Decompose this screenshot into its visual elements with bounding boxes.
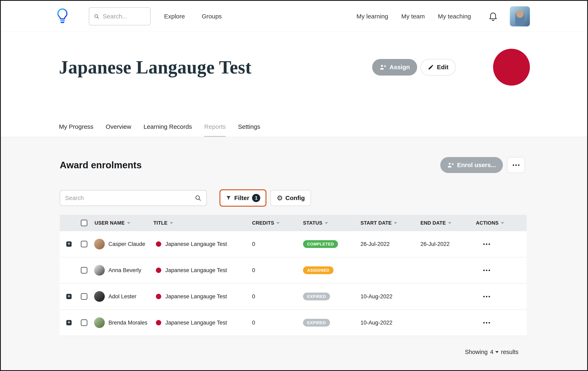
person-plus-icon: [447, 162, 454, 168]
user-name: Brenda Morales: [108, 320, 147, 326]
course-title: Japanese Langauge Test: [165, 267, 227, 273]
section-title: Award enrolments: [60, 160, 142, 171]
tab-overview[interactable]: Overview: [105, 123, 131, 137]
sort-caret-icon: [325, 222, 328, 224]
nav-my-team[interactable]: My team: [401, 13, 425, 20]
primary-nav: Explore Groups: [164, 13, 222, 20]
profile-avatar[interactable]: [510, 6, 530, 26]
table-row: +Casper ClaudeJapanese Langauge Test0COM…: [60, 231, 527, 257]
sort-caret-icon: [394, 222, 397, 224]
table-header-row: USER NAME TITLE CREDITS STATUS START DAT…: [60, 215, 527, 231]
top-navigation-bar: Explore Groups My learning My team My te…: [1, 1, 587, 32]
tab-reports[interactable]: Reports: [204, 123, 226, 137]
column-header-credits[interactable]: CREDITS: [252, 220, 303, 226]
sort-caret-icon: [170, 222, 173, 224]
column-header-end-date[interactable]: END DATE: [420, 220, 476, 226]
user-avatar: [94, 317, 105, 328]
column-header-actions[interactable]: ACTIONS: [476, 220, 527, 226]
user-name: Casper Claude: [108, 241, 145, 247]
sort-caret-icon: [127, 222, 130, 224]
start-date: 10-Aug-2022: [360, 320, 392, 326]
course-flag-dot: [156, 320, 161, 325]
gear-icon: ⚙: [277, 195, 283, 201]
expand-row-button[interactable]: +: [66, 320, 72, 325]
more-actions-button[interactable]: [507, 157, 525, 173]
table-search-box: [60, 190, 207, 206]
table-row: Anna BeverlyJapanese Langauge Test0ASSIG…: [60, 257, 527, 284]
ellipsis-icon: [512, 162, 520, 168]
award-image-japan-flag: [493, 49, 530, 86]
status-badge: ASSIGNED: [303, 266, 334, 274]
credits-value: 0: [252, 320, 255, 326]
course-flag-dot: [156, 268, 161, 273]
assign-button[interactable]: Assign: [372, 59, 417, 76]
filter-button[interactable]: Filter 1: [220, 189, 266, 207]
row-actions-button[interactable]: [483, 320, 491, 326]
search-icon[interactable]: [195, 195, 201, 201]
tab-my-progress[interactable]: My Progress: [59, 123, 93, 137]
enrol-users-button[interactable]: Enrol users...: [440, 157, 503, 173]
enrolments-table: USER NAME TITLE CREDITS STATUS START DAT…: [60, 215, 527, 336]
user-avatar: [94, 265, 105, 276]
app-window: Explore Groups My learning My team My te…: [0, 0, 588, 371]
table-row: +Adol LesterJapanese Langauge Test0EXPIR…: [60, 284, 527, 310]
column-header-start-date[interactable]: START DATE: [360, 220, 420, 226]
user-avatar: [94, 291, 105, 302]
row-checkbox[interactable]: [81, 319, 87, 326]
expand-row-button[interactable]: +: [66, 241, 72, 247]
tab-settings[interactable]: Settings: [238, 123, 260, 137]
user-name: Anna Beverly: [108, 267, 141, 273]
select-all-checkbox[interactable]: [81, 220, 87, 226]
page-tabs: My Progress Overview Learning Records Re…: [59, 123, 530, 137]
credits-value: 0: [252, 293, 255, 300]
column-header-user-name[interactable]: USER NAME: [93, 220, 153, 226]
user-avatar: [94, 239, 105, 249]
global-search-input[interactable]: [103, 13, 146, 20]
nav-my-teaching[interactable]: My teaching: [438, 13, 471, 20]
course-title: Japanese Langauge Test: [165, 320, 227, 326]
status-badge: EXPIRED: [303, 293, 330, 300]
filter-count-badge: 1: [252, 194, 260, 202]
course-title: Japanese Langauge Test: [165, 241, 227, 247]
column-header-status[interactable]: STATUS: [303, 220, 360, 226]
table-row: +Brenda MoralesJapanese Langauge Test0EX…: [60, 310, 527, 336]
column-header-title[interactable]: TITLE: [153, 220, 252, 226]
nav-explore[interactable]: Explore: [164, 13, 185, 20]
credits-value: 0: [252, 241, 255, 247]
chevron-down-icon: [495, 351, 499, 353]
page-title: Japanese Langauge Test: [59, 57, 252, 78]
course-flag-dot: [156, 294, 161, 299]
status-badge: EXPIRED: [303, 319, 330, 327]
results-count-dropdown[interactable]: 4: [490, 349, 498, 355]
reports-content: Award enrolments Enrol users...: [1, 137, 587, 370]
search-icon: [94, 13, 99, 20]
nav-my-learning[interactable]: My learning: [357, 13, 388, 20]
table-body: +Casper ClaudeJapanese Langauge Test0COM…: [60, 231, 527, 336]
row-actions-button[interactable]: [483, 294, 491, 299]
start-date: 10-Aug-2022: [360, 293, 392, 300]
results-label: results: [501, 349, 518, 355]
row-actions-button[interactable]: [483, 268, 491, 273]
sort-caret-icon: [448, 222, 451, 224]
table-search-input[interactable]: [65, 195, 195, 201]
edit-button[interactable]: Edit: [420, 59, 456, 76]
lightbulb-logo-icon[interactable]: [56, 8, 69, 25]
config-button[interactable]: ⚙ Config: [271, 190, 311, 206]
row-checkbox[interactable]: [81, 293, 87, 300]
tab-learning-records[interactable]: Learning Records: [143, 123, 192, 137]
nav-groups[interactable]: Groups: [202, 13, 222, 20]
status-badge: COMPLETED: [303, 240, 338, 248]
course-title: Japanese Langauge Test: [165, 293, 227, 300]
notifications-bell-icon[interactable]: [488, 11, 498, 22]
person-assign-icon: [379, 64, 387, 70]
expand-row-button[interactable]: +: [66, 294, 72, 299]
row-checkbox[interactable]: [81, 241, 87, 247]
pencil-icon: [428, 64, 434, 70]
row-checkbox[interactable]: [81, 267, 87, 273]
results-footer: Showing 4 results: [60, 349, 527, 355]
global-search-box: [89, 7, 151, 25]
user-name: Adol Lester: [108, 293, 136, 300]
funnel-icon: [226, 195, 231, 201]
award-header: Japanese Langauge Test Assign Edit My Pr…: [1, 32, 587, 137]
row-actions-button[interactable]: [483, 241, 491, 247]
